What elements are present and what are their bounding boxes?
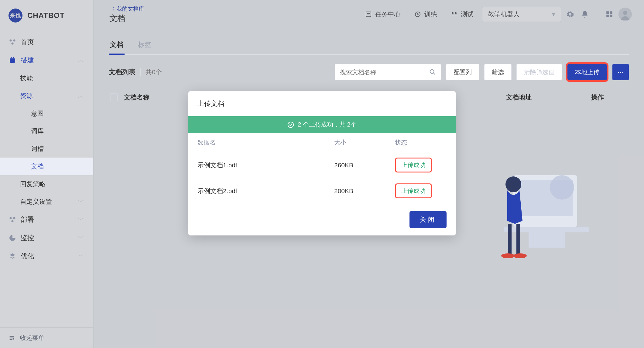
- home-icon: [9, 38, 16, 46]
- list-title: 文档列表: [109, 68, 135, 77]
- tab-tag[interactable]: 标签: [137, 36, 152, 55]
- check-circle-icon: [287, 121, 294, 128]
- modal-banner-text: 2 个上传成功，共 2个: [298, 120, 356, 129]
- chevron-up-icon: ︿: [78, 92, 84, 100]
- file-name: 示例文档2.pdf: [197, 187, 334, 195]
- th-addr: 文档地址: [506, 93, 585, 102]
- sidebar-item-custom[interactable]: 自定义设置 ﹀: [0, 193, 93, 211]
- sidebar-item-label: 自定义设置: [20, 197, 52, 206]
- upload-modal: 上传文档 2 个上传成功，共 2个 数据名 大小 状态 示例文档1.pdf 26…: [188, 91, 456, 235]
- svg-point-2: [12, 43, 14, 45]
- optimize-icon: [9, 252, 16, 260]
- sidebar-item-slot[interactable]: 词槽: [0, 140, 93, 158]
- svg-rect-23: [529, 232, 565, 248]
- sidebar-item-label: 意图: [31, 109, 44, 118]
- file-size: 200KB: [334, 187, 395, 195]
- svg-point-24: [505, 176, 521, 192]
- sidebar-item-lexicon[interactable]: 词库: [0, 122, 93, 140]
- sidebar-item-intent[interactable]: 意图: [0, 105, 93, 122]
- monitor-icon: [9, 234, 16, 242]
- sidebar-item-document[interactable]: 文档: [0, 158, 93, 175]
- sidebar-item-reply[interactable]: 回复策略: [0, 175, 93, 193]
- sidebar-item-deploy[interactable]: 部署 ﹀: [0, 211, 93, 229]
- chevron-down-icon: ﹀: [78, 197, 84, 206]
- sidebar-item-build[interactable]: 搭建 ︿: [0, 51, 93, 69]
- sidebar-item-monitor[interactable]: 监控 ﹀: [0, 229, 93, 247]
- svg-point-4: [11, 57, 12, 58]
- file-size: 260KB: [334, 162, 395, 169]
- sidebar-item-home[interactable]: 首页: [0, 33, 93, 51]
- close-button[interactable]: 关闭: [409, 211, 447, 228]
- svg-point-0: [10, 40, 12, 42]
- chevron-up-icon: ︿: [77, 56, 84, 65]
- highlight-marker: 本地上传: [567, 63, 608, 81]
- empty-illustration: [468, 148, 611, 270]
- local-upload-button[interactable]: 本地上传: [567, 64, 607, 80]
- sidebar-item-label: 文档: [31, 162, 44, 171]
- search-input[interactable]: [340, 69, 429, 76]
- modal-columns: 数据名 大小 状态: [188, 133, 456, 152]
- modal-title: 上传文档: [188, 91, 456, 116]
- svg-point-27: [501, 253, 515, 258]
- clear-filter-button[interactable]: 清除筛选值: [516, 64, 562, 80]
- tab-document[interactable]: 文档: [109, 36, 125, 55]
- svg-point-7: [13, 217, 15, 219]
- sidebar-item-label: 资源: [20, 92, 33, 100]
- sidebar-item-label: 词库: [31, 127, 44, 135]
- svg-point-8: [12, 220, 14, 222]
- sidebar-item-label: 技能: [20, 74, 33, 82]
- chevron-down-icon: ﹀: [77, 233, 84, 242]
- deploy-icon: [9, 216, 16, 224]
- svg-point-5: [13, 57, 14, 58]
- svg-point-29: [550, 175, 574, 200]
- svg-rect-3: [10, 58, 15, 63]
- status-badge: 上传成功: [395, 158, 432, 172]
- chevron-down-icon: ﹀: [77, 215, 84, 224]
- select-all-checkbox[interactable]: [110, 93, 118, 101]
- th-ops: 操作: [591, 93, 628, 102]
- sidebar-item-label: 搭建: [21, 56, 34, 65]
- svg-point-1: [13, 40, 15, 42]
- sidebar-item-label: 回复策略: [20, 180, 46, 188]
- more-button[interactable]: ⋯: [612, 64, 629, 80]
- file-name: 示例文档1.pdf: [197, 161, 334, 169]
- sidebar-item-label: 部署: [21, 215, 34, 224]
- col-size: 大小: [334, 138, 395, 147]
- sidebar-item-label: 监控: [21, 233, 34, 242]
- tabs: 文档 标签: [109, 36, 629, 55]
- svg-point-6: [10, 217, 12, 219]
- sidebar-item-label: 首页: [21, 37, 34, 47]
- search-icon: [429, 69, 436, 75]
- upload-row: 示例文档1.pdf 260KB 上传成功: [188, 152, 456, 178]
- filter-button[interactable]: 筛选: [484, 64, 512, 80]
- config-columns-button[interactable]: 配置列: [446, 64, 479, 80]
- svg-rect-26: [516, 224, 520, 254]
- sidebar-item-resource[interactable]: 资源 ︿: [0, 87, 93, 105]
- list-count: 共0个: [140, 68, 162, 76]
- svg-point-28: [513, 253, 527, 258]
- search-input-wrapper[interactable]: [335, 64, 441, 80]
- build-icon: [9, 56, 16, 64]
- modal-success-banner: 2 个上传成功，共 2个: [188, 116, 456, 133]
- col-status: 状态: [395, 138, 447, 147]
- sidebar-item-label: 优化: [21, 252, 34, 261]
- svg-rect-25: [508, 224, 512, 254]
- col-name: 数据名: [197, 138, 334, 147]
- status-badge: 上传成功: [395, 183, 432, 198]
- sidebar-item-optimize[interactable]: 优化 ﹀: [0, 247, 93, 265]
- sidebar-item-label: 词槽: [31, 144, 44, 153]
- sidebar-item-skill[interactable]: 技能: [0, 69, 93, 87]
- upload-row: 示例文档2.pdf 200KB 上传成功: [188, 178, 456, 204]
- svg-point-19: [430, 70, 434, 74]
- chevron-down-icon: ﹀: [77, 252, 84, 261]
